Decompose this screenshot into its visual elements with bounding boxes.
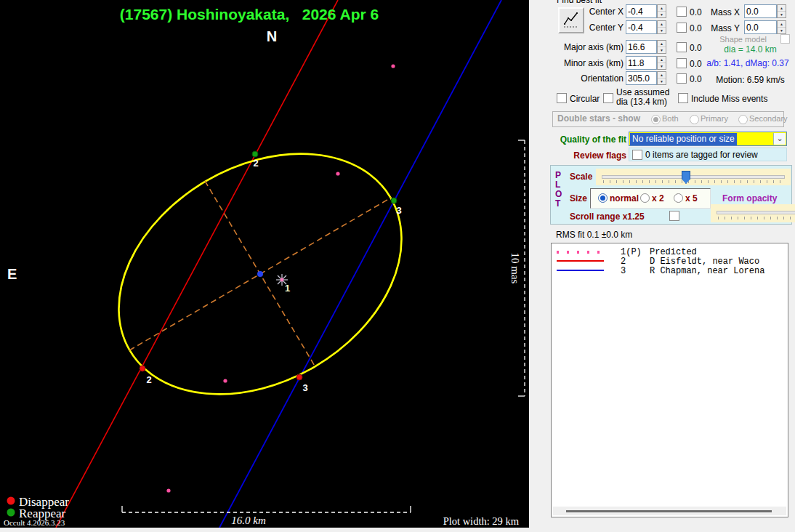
- spin-down-icon[interactable]: ▼: [778, 28, 786, 33]
- scale-slider-ticks: [603, 180, 783, 183]
- quality-of-fit-label: Quality of the fit: [551, 134, 626, 145]
- center-x-input[interactable]: [626, 4, 657, 18]
- chord-2-top-label: 2: [253, 158, 258, 169]
- observers-listbox[interactable]: 1(P) Predicted 2 D Eisfeldt, near Waco 3…: [551, 243, 788, 517]
- size-normal-radio[interactable]: [598, 193, 608, 203]
- spin-up-icon[interactable]: ▲: [658, 5, 666, 12]
- disappear-dot-3[interactable]: [296, 374, 302, 380]
- spin-up-icon[interactable]: ▲: [658, 41, 666, 47]
- center-x-err-checkbox[interactable]: [677, 7, 687, 17]
- observer-number: 3: [621, 266, 626, 276]
- orientation-err-checkbox[interactable]: [677, 73, 687, 84]
- form-opacity-label: Form opacity: [722, 193, 777, 203]
- review-flags-label: Review flags: [551, 150, 626, 161]
- size-radio-group: normal x 2 x 5: [590, 188, 711, 209]
- plot-settings-group: P L O T Scale Size normal x 2 x 5 Form o…: [550, 165, 792, 225]
- center-y-input[interactable]: [626, 20, 657, 34]
- plot-background: [0, 0, 529, 528]
- minor-axis-label: Minor axis (km): [545, 58, 624, 68]
- orientation-spinner[interactable]: ▲ ▼: [657, 71, 666, 85]
- spin-up-icon[interactable]: ▲: [778, 5, 786, 12]
- spin-up-icon[interactable]: ▲: [658, 57, 666, 63]
- reappear-legend-icon: [7, 509, 15, 517]
- major-axis-label: Major axis (km): [545, 42, 624, 52]
- plot-title: (17567) Hoshinoyakata, 2026 Apr 6: [120, 6, 379, 23]
- size-x2-radio[interactable]: [640, 193, 650, 203]
- plot-letter-o: O: [555, 189, 562, 199]
- double-stars-group: Double stars - show Both Primary Seconda…: [552, 111, 784, 127]
- major-err-checkbox[interactable]: [677, 42, 687, 52]
- motion-text: Motion: 6.59 km/s: [712, 75, 788, 85]
- review-flags-checkbox[interactable]: [632, 150, 642, 160]
- chord-2-bottom-label: 2: [146, 374, 151, 385]
- list-item: 3 R Chapman, near Lorena: [552, 266, 788, 275]
- plot-width-label: Plot width: 29 km: [443, 515, 520, 527]
- horizontal-scrollbar[interactable]: [553, 507, 786, 515]
- mass-y-spinner[interactable]: ▲ ▼: [777, 20, 786, 34]
- spin-down-icon[interactable]: ▼: [658, 63, 666, 69]
- spin-down-icon[interactable]: ▼: [658, 78, 666, 84]
- double-stars-secondary-label: Secondary: [749, 114, 788, 123]
- quality-of-fit-combobox[interactable]: No reliable position or size ⌄: [629, 132, 787, 146]
- scale-slider-track: [602, 175, 785, 179]
- major-axis-input[interactable]: [626, 40, 657, 54]
- review-flags-text: 0 items are tagged for review: [645, 150, 758, 160]
- dropdown-arrow-icon[interactable]: ⌄: [773, 133, 786, 145]
- minor-axis-input[interactable]: [626, 56, 657, 70]
- chord-3-top-label: 3: [396, 205, 401, 216]
- circular-checkbox[interactable]: [557, 93, 567, 103]
- ellipse-center-marker[interactable]: [257, 271, 263, 277]
- minor-axis-spinner[interactable]: ▲ ▼: [657, 56, 666, 70]
- observer-number: 2: [621, 257, 626, 267]
- include-miss-checkbox[interactable]: [678, 93, 688, 103]
- predicted-dot: [166, 488, 170, 492]
- chord-3-bottom-label: 3: [302, 382, 307, 393]
- shape-model-checkbox[interactable]: [780, 34, 790, 44]
- predicted-line-swatch: [557, 251, 604, 254]
- control-panel: Find best fit Center X ▲ ▼ 0.0 Mass X ▲ …: [530, 0, 795, 532]
- spin-up-icon[interactable]: ▲: [658, 72, 666, 78]
- quality-selected-value: No reliable position or size: [630, 133, 737, 145]
- spin-up-icon[interactable]: ▲: [658, 21, 666, 28]
- use-assumed-dia-checkbox[interactable]: [603, 93, 613, 103]
- major-err-label: 0.0: [690, 43, 702, 53]
- disappear-dot-2[interactable]: [140, 366, 145, 371]
- size-x5-label: x 5: [685, 193, 698, 203]
- size-normal-label: normal: [610, 193, 639, 203]
- spin-down-icon[interactable]: ▼: [658, 47, 666, 53]
- double-stars-both-radio[interactable]: [651, 115, 661, 124]
- center-x-spinner[interactable]: ▲ ▼: [657, 4, 666, 18]
- mass-x-input[interactable]: [744, 4, 777, 18]
- center-y-err-checkbox[interactable]: [677, 23, 687, 33]
- minor-err-checkbox[interactable]: [677, 58, 687, 68]
- center-x-label: Center X: [573, 7, 624, 17]
- mass-x-label: Mass X: [703, 7, 740, 17]
- orientation-input[interactable]: [626, 71, 657, 85]
- scale-slider[interactable]: [596, 169, 791, 185]
- spin-down-icon[interactable]: ▼: [778, 12, 786, 17]
- scroll-range-label: Scroll range x1.25: [570, 211, 645, 222]
- center-y-spinner[interactable]: ▲ ▼: [657, 20, 666, 34]
- form-opacity-track: [717, 211, 795, 214]
- double-stars-primary-radio[interactable]: [690, 115, 699, 124]
- marker-1-label: 1: [285, 283, 290, 294]
- spin-up-icon[interactable]: ▲: [778, 21, 786, 28]
- double-stars-secondary-radio[interactable]: [738, 115, 748, 124]
- mass-x-spinner[interactable]: ▲ ▼: [777, 4, 786, 18]
- circular-label: Circular: [570, 94, 600, 104]
- reappear-dot-2[interactable]: [252, 151, 258, 157]
- major-axis-spinner[interactable]: ▲ ▼: [657, 40, 666, 54]
- reappear-dot-3[interactable]: [391, 198, 397, 203]
- disappear-legend-icon: [7, 497, 15, 505]
- scroll-range-checkbox[interactable]: [669, 211, 679, 221]
- center-y-err-label: 0.0: [690, 23, 702, 33]
- size-x5-radio[interactable]: [674, 193, 683, 203]
- spin-down-icon[interactable]: ▼: [658, 12, 666, 17]
- use-assumed-dia-label: Use assumed dia (13.4 km): [616, 88, 671, 107]
- occultation-plot[interactable]: 1 2 3 2 3 (17567) Hoshinoyakata, 2026 Ap…: [0, 0, 529, 528]
- mass-y-input[interactable]: [744, 20, 777, 34]
- horizontal-scrollbar-thumb[interactable]: [566, 510, 772, 512]
- spin-down-icon[interactable]: ▼: [658, 28, 666, 33]
- form-opacity-slider[interactable]: [711, 204, 795, 222]
- plot-letter-p: P: [555, 170, 561, 180]
